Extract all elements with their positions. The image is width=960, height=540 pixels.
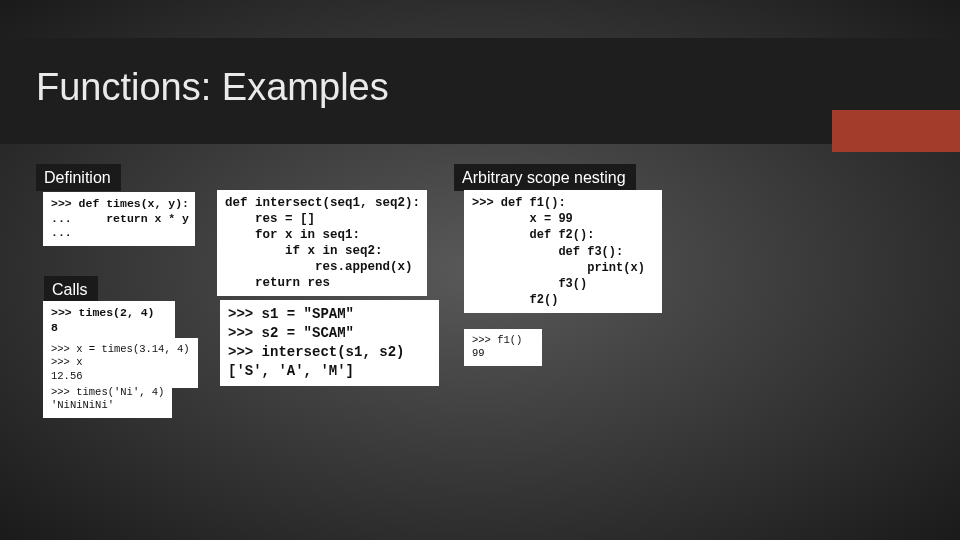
accent-block: [832, 110, 960, 152]
label-calls: Calls: [44, 276, 98, 303]
code-call-2-4: >>> times(2, 4) 8: [43, 301, 175, 340]
code-times-def: >>> def times(x, y): ... return x * y ..…: [43, 192, 195, 246]
code-call-ni: >>> times('Ni', 4) 'NiNiNiNi': [43, 381, 172, 418]
code-intersect-call: >>> s1 = "SPAM" >>> s2 = "SCAM" >>> inte…: [220, 300, 439, 386]
code-scope-call: >>> f1() 99: [464, 329, 542, 366]
code-scope-def: >>> def f1(): x = 99 def f2(): def f3():…: [464, 190, 662, 313]
label-scope: Arbitrary scope nesting: [454, 164, 636, 191]
code-intersect-def: def intersect(seq1, seq2): res = [] for …: [217, 190, 427, 296]
slide-title: Functions: Examples: [36, 66, 389, 109]
label-definition: Definition: [36, 164, 121, 191]
